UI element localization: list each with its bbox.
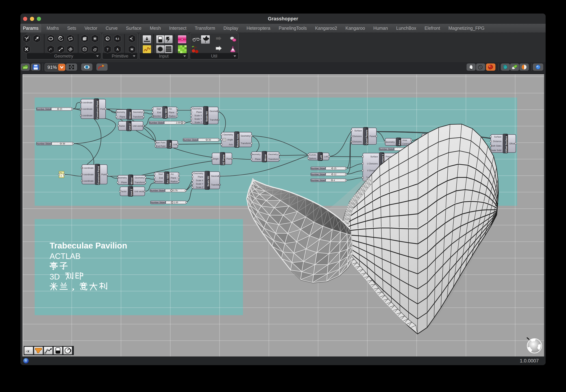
- svg-text:Scale NU: Scale NU: [207, 176, 209, 187]
- svg-text:Panels: Panels: [370, 135, 376, 138]
- svg-text:Offset: Offset: [509, 142, 515, 145]
- svg-text:Pa...: Pa...: [60, 172, 64, 174]
- svg-text:Scale Y: Scale Y: [194, 118, 202, 120]
- svg-text:Surface: Surface: [494, 136, 502, 138]
- svg-text:Transform: Transform: [135, 181, 144, 184]
- svg-text:Radius: Radius: [169, 115, 176, 117]
- svg-text:Number Slider: Number Slider: [311, 179, 325, 182]
- svg-text:Arc: Arc: [171, 173, 174, 175]
- svg-text:Transform: Transform: [211, 183, 221, 186]
- svg-text:Mirror: Mirror: [264, 154, 267, 161]
- svg-text:Geometry: Geometry: [210, 110, 219, 112]
- svg-text:X coordinate: X coordinate: [80, 101, 93, 104]
- svg-text:7: 7: [107, 48, 108, 51]
- svg-text:Factor: Factor: [120, 190, 127, 193]
- svg-text:Mirror: Mirror: [129, 112, 131, 119]
- svg-text:35: 35: [209, 139, 211, 141]
- svg-text:XZ Plane: XZ Plane: [222, 154, 225, 165]
- svg-text:U Divisions: U Divisions: [367, 162, 378, 165]
- svg-text:ACTLAB: ACTLAB: [50, 252, 80, 261]
- svg-text:Plane: Plane: [121, 181, 127, 184]
- svg-text:Y coordinate: Y coordinate: [81, 173, 93, 176]
- svg-text:Scale X: Scale X: [194, 114, 202, 117]
- svg-text:38: 38: [62, 142, 65, 145]
- svg-text:Scale X: Scale X: [196, 179, 203, 182]
- svg-text:Options: Options: [309, 157, 316, 160]
- svg-text:Number Slider: Number Slider: [379, 148, 394, 150]
- svg-text:0: 0: [61, 175, 62, 177]
- svg-text:20: 20: [60, 108, 62, 110]
- svg-text:Construct Point: Construct Point: [97, 166, 100, 184]
- svg-text:Scale Y: Scale Y: [196, 183, 203, 185]
- svg-text:Geometry: Geometry: [193, 108, 202, 110]
- svg-text:Transform: Transform: [241, 142, 251, 145]
- svg-text:Both Sides: Both Sides: [491, 145, 501, 147]
- svg-text:End: End: [157, 111, 161, 114]
- svg-text:A: A: [116, 48, 119, 51]
- svg-text:Angle: Angle: [227, 139, 233, 141]
- svg-text:Geometry: Geometry: [135, 177, 144, 179]
- svg-text:Number Slider: Number Slider: [151, 201, 165, 204]
- svg-text:Plane: Plane: [169, 111, 175, 114]
- svg-text:15: 15: [334, 167, 336, 170]
- svg-text:Loft: Loft: [324, 155, 328, 158]
- svg-text:Rotate Axis: Rotate Axis: [237, 134, 239, 147]
- svg-text:Plane: Plane: [171, 177, 176, 179]
- svg-text:Geometry: Geometry: [251, 153, 261, 156]
- svg-text:3D: 3D: [50, 272, 60, 281]
- svg-text:Geometry: Geometry: [116, 111, 125, 113]
- svg-text:Direction: Direction: [152, 115, 161, 117]
- svg-text:2.00: 2.00: [176, 122, 180, 124]
- svg-text:Number Slider: Number Slider: [311, 173, 325, 176]
- svg-text:Unit vector: Unit vector: [134, 190, 145, 193]
- svg-text:4: 4: [334, 179, 335, 182]
- svg-text:Geometry: Geometry: [211, 175, 221, 177]
- svg-text:Scale Z: Scale Z: [194, 121, 202, 124]
- svg-text:Arc SED: Arc SED: [164, 108, 167, 118]
- svg-text:Start: Start: [156, 108, 161, 110]
- svg-text:End Point: End Point: [156, 145, 165, 148]
- svg-text:Start Point: Start Point: [155, 141, 165, 144]
- svg-text:Unit Z: Unit Z: [130, 189, 133, 196]
- svg-text:Distance: Distance: [493, 140, 502, 143]
- svg-text:Arc: Arc: [169, 108, 172, 110]
- svg-text:End: End: [159, 177, 163, 179]
- svg-text:Direction: Direction: [154, 180, 163, 183]
- svg-text:Plane: Plane: [255, 158, 261, 160]
- svg-text:Number Slider: Number Slider: [311, 167, 325, 170]
- svg-text:Construct Point: Construct Point: [96, 101, 99, 119]
- svg-text:12: 12: [334, 173, 336, 176]
- svg-text:Line: Line: [169, 143, 172, 148]
- svg-text:Number Slider: Number Slider: [150, 189, 164, 192]
- svg-text:Plane: Plane: [226, 158, 232, 160]
- svg-text:Geometry: Geometry: [194, 172, 203, 175]
- svg-text:Offset Surface: Offset Surface: [505, 136, 508, 153]
- svg-text:-x: -x: [26, 349, 30, 353]
- svg-text:Arc SED: Arc SED: [166, 174, 169, 183]
- svg-text:Number Slider: Number Slider: [149, 122, 164, 124]
- svg-text:Geometry: Geometry: [385, 141, 395, 143]
- svg-text:Factor: Factor: [119, 125, 125, 127]
- svg-text:Geometry: Geometry: [117, 177, 127, 179]
- svg-text:Trabeculae Pavilion: Trabeculae Pavilion: [50, 241, 127, 250]
- svg-text:Area: Area: [402, 139, 407, 141]
- svg-text:Geometry: Geometry: [223, 133, 233, 136]
- svg-text:Plane: Plane: [198, 176, 203, 178]
- svg-text:Axis: Axis: [229, 143, 233, 146]
- svg-text:Geometry: Geometry: [133, 111, 143, 113]
- svg-text:Surface: Surface: [354, 129, 362, 132]
- svg-text:Radius: Radius: [171, 180, 178, 183]
- svg-text:V Divisions: V Divisions: [351, 140, 362, 143]
- svg-text:Y coordinate: Y coordinate: [80, 108, 92, 110]
- svg-text:Point: Point: [102, 173, 106, 176]
- svg-text:Loft: Loft: [320, 155, 323, 160]
- svg-text:Scale Z: Scale Z: [196, 186, 203, 189]
- svg-text:Transform: Transform: [268, 158, 278, 160]
- svg-text:Plane: Plane: [120, 116, 125, 118]
- svg-text:Line: Line: [173, 143, 178, 146]
- svg-text:Unit vector: Unit vector: [133, 125, 143, 127]
- svg-text:U Divisions: U Divisions: [351, 135, 362, 138]
- svg-text:Quad Panels: Quad Panels: [365, 130, 368, 144]
- svg-text:Start: Start: [158, 173, 163, 175]
- svg-text:Transform: Transform: [210, 119, 220, 121]
